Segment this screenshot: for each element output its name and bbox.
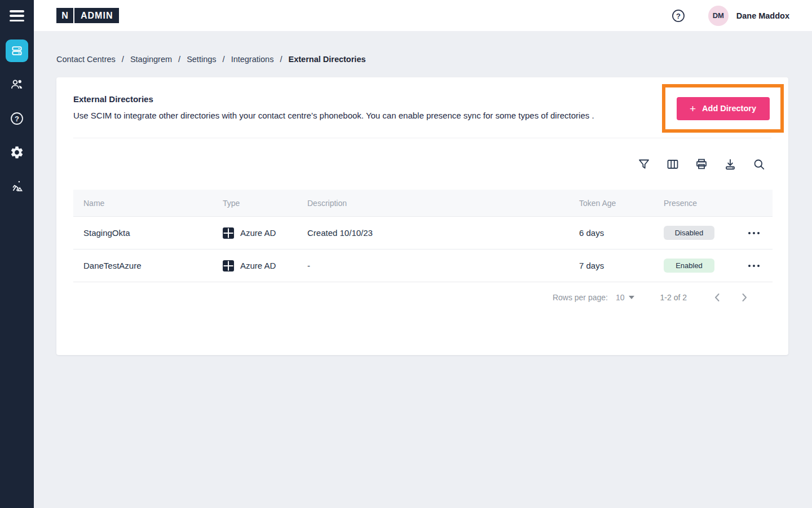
sidebar-item-users[interactable] [6, 73, 28, 96]
presence-badge-disabled: Disabled [664, 226, 714, 240]
table-row: DaneTestAzure Azure AD - 7 days Enabled [73, 249, 773, 282]
logo-n: N [56, 8, 73, 23]
user-name[interactable]: Dane Maddox [736, 11, 789, 20]
engineering-icon [10, 179, 24, 194]
cell-presence: Disabled [654, 226, 735, 240]
cell-type: Azure AD [213, 227, 297, 239]
azure-ad-icon [223, 227, 234, 239]
annotation-highlight-box: + Add Directory [662, 84, 784, 133]
plus-icon: + [690, 103, 696, 114]
cell-description: - [297, 261, 569, 270]
column-header-name: Name [73, 199, 213, 208]
caret-down-icon [629, 296, 634, 299]
search-icon[interactable] [752, 157, 766, 171]
menu-icon[interactable] [8, 9, 26, 23]
cell-name: DaneTestAzure [73, 261, 213, 270]
breadcrumb-item-integrations[interactable]: Integrations [231, 55, 274, 64]
directories-table: Name Type Description Token Age Presence… [73, 190, 773, 282]
table-row: StagingOkta Azure AD Created 10/10/23 6 … [73, 217, 773, 249]
cell-actions [735, 229, 773, 238]
breadcrumb-item-stagingrem[interactable]: Stagingrem [130, 55, 172, 64]
rows-per-page-value: 10 [616, 293, 625, 302]
breadcrumb-item-settings[interactable]: Settings [187, 55, 216, 64]
sidebar-item-contact-centres[interactable] [6, 40, 28, 62]
topbar: N ADMIN ? DM Dane Maddox [34, 0, 812, 31]
app-logo[interactable]: N ADMIN [56, 8, 119, 23]
breadcrumb-separator: / [178, 55, 180, 64]
cell-actions [735, 261, 773, 270]
breadcrumb-current: External Directories [289, 55, 366, 64]
column-header-type: Type [213, 199, 297, 208]
sidebar-item-engineering[interactable] [6, 175, 28, 198]
rows-per-page-select[interactable]: 10 [616, 293, 634, 302]
sidebar-nav: ? [0, 40, 34, 209]
help-circle-icon: ? [10, 111, 24, 126]
users-icon [10, 77, 24, 92]
topbar-right: ? DM Dane Maddox [671, 6, 812, 26]
column-header-token-age: Token Age [569, 199, 654, 208]
cell-token-age: 6 days [569, 228, 654, 238]
row-menu-icon[interactable] [745, 261, 763, 270]
next-page-icon[interactable] [738, 291, 751, 304]
content-area: Contact Centres / Stagingrem / Settings … [34, 31, 812, 508]
download-icon[interactable] [723, 157, 737, 171]
cell-presence: Enabled [654, 259, 735, 273]
avatar[interactable]: DM [708, 6, 729, 26]
cell-type: Azure AD [213, 260, 297, 271]
pagination-range: 1-2 of 2 [660, 293, 687, 302]
pagination: Rows per page: 10 1-2 of 2 [73, 282, 771, 313]
add-directory-button[interactable]: + Add Directory [677, 97, 770, 120]
print-icon[interactable] [695, 157, 708, 171]
svg-text:?: ? [676, 11, 681, 20]
logo-admin-label: ADMIN [74, 8, 119, 23]
sidebar-item-settings[interactable] [6, 141, 28, 164]
server-stack-icon [10, 43, 24, 58]
rows-per-page-label: Rows per page: [553, 293, 608, 302]
sidebar: ? [0, 0, 34, 508]
cell-type-label: Azure AD [240, 228, 276, 238]
cell-name: StagingOkta [73, 228, 213, 238]
cell-token-age: 7 days [569, 261, 654, 270]
table-toolbar [73, 138, 771, 190]
help-icon[interactable]: ? [671, 8, 686, 23]
breadcrumb: Contact Centres / Stagingrem / Settings … [34, 31, 812, 64]
presence-badge-enabled: Enabled [664, 259, 714, 273]
column-header-presence: Presence [654, 199, 735, 208]
column-header-description: Description [297, 199, 569, 208]
svg-text:?: ? [15, 115, 19, 123]
filter-icon[interactable] [637, 157, 651, 171]
row-menu-icon[interactable] [745, 229, 763, 238]
breadcrumb-separator: / [280, 55, 282, 64]
previous-page-icon[interactable] [710, 291, 724, 304]
add-directory-label: Add Directory [702, 104, 756, 113]
breadcrumb-item-contact-centres[interactable]: Contact Centres [56, 55, 116, 64]
table-header-row: Name Type Description Token Age Presence [73, 190, 773, 217]
sidebar-item-help[interactable]: ? [6, 107, 28, 130]
breadcrumb-separator: / [122, 55, 124, 64]
external-directories-card: External Directories Use SCIM to integra… [56, 77, 788, 355]
cell-description: Created 10/10/23 [297, 228, 569, 238]
gear-icon [10, 145, 24, 160]
breadcrumb-separator: / [223, 55, 225, 64]
page-description: Use SCIM to integrate other directories … [73, 111, 615, 120]
cell-type-label: Azure AD [240, 261, 276, 270]
columns-icon[interactable] [666, 157, 679, 171]
azure-ad-icon [223, 260, 234, 271]
